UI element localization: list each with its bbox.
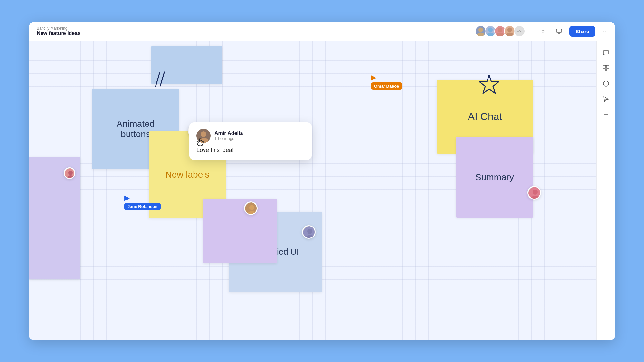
svg-point-1 [477,32,484,36]
check-doodle [143,68,173,94]
svg-rect-8 [556,29,562,32]
more-button[interactable]: ··· [600,28,607,35]
star-button[interactable]: ☆ [537,25,549,37]
svg-rect-10 [606,65,609,68]
cursor-arrow-jane: ▶ [124,194,130,202]
svg-point-4 [498,27,502,32]
svg-point-33 [68,171,73,175]
header-divider [531,27,531,36]
comment-header: Amir Adella 1 hour ago [196,129,305,143]
floating-avatar-summary [527,186,541,200]
present-button[interactable] [553,25,565,37]
header-left: Banc.ly Marketing New feature ideas [37,26,80,36]
floating-avatar-simplified-right [302,225,316,239]
comment-time: 1 hour ago [214,136,243,141]
svg-point-2 [488,27,493,32]
avatar-group: +3 [475,25,525,37]
avatar-count: +3 [514,25,525,37]
share-button[interactable]: Share [569,26,596,37]
header: Banc.ly Marketing New feature ideas [29,22,615,41]
sticky-new-labels-text: New labels [166,170,210,180]
svg-rect-9 [603,65,606,68]
sticky-purple-bottom[interactable] [203,199,277,263]
comment-text: Love this idea! [196,147,305,153]
layout-sidebar-icon[interactable] [600,62,612,75]
sticky-summary-text: Summary [475,172,514,182]
sticky-summary[interactable]: Summary [456,137,533,218]
star-doodle [478,73,500,99]
cursor-name-omar: Omar Daboe [371,82,402,90]
breadcrumb-org: Banc.ly Marketing [37,26,80,31]
comment-meta: Amir Adella 1 hour ago [214,130,243,141]
sticky-ai-chat-text: AI Chat [468,111,502,123]
cursor-sidebar-icon[interactable] [600,93,612,106]
cursor-arrow-omar: ▶ [371,73,376,82]
svg-point-27 [249,205,254,210]
cursor-jane: ▶ Jane Rotanson [124,194,161,210]
floating-avatar-simplified-top [244,201,258,215]
filter-sidebar-icon[interactable] [600,108,612,121]
breadcrumb-title: New feature ideas [37,31,80,36]
svg-point-0 [478,27,483,32]
chat-sidebar-icon[interactable] [600,46,612,59]
svg-point-7 [506,32,513,36]
svg-rect-11 [603,69,606,71]
svg-point-18 [201,131,206,137]
canvas: Animated buttons New labels AI Chat Summ… [29,41,596,340]
header-right: +3 ☆ Share ··· [475,25,607,37]
main-window: Banc.ly Marketing New feature ideas [29,22,615,340]
floating-avatar-left [64,167,75,179]
cursor-name-jane: Jane Rotanson [124,203,161,210]
svg-rect-12 [606,69,609,71]
cursor-omar: ▶ Omar Daboe [371,73,402,90]
svg-point-24 [533,190,538,195]
clock-sidebar-icon[interactable] [600,77,612,90]
svg-point-6 [507,27,512,32]
svg-point-30 [307,229,312,234]
sidebar-right [596,41,615,340]
comment-author: Amir Adella [214,130,243,136]
svg-point-5 [496,32,504,36]
comment-popup: Amir Adella 1 hour ago Love this idea! [189,122,312,160]
svg-point-3 [487,32,494,36]
